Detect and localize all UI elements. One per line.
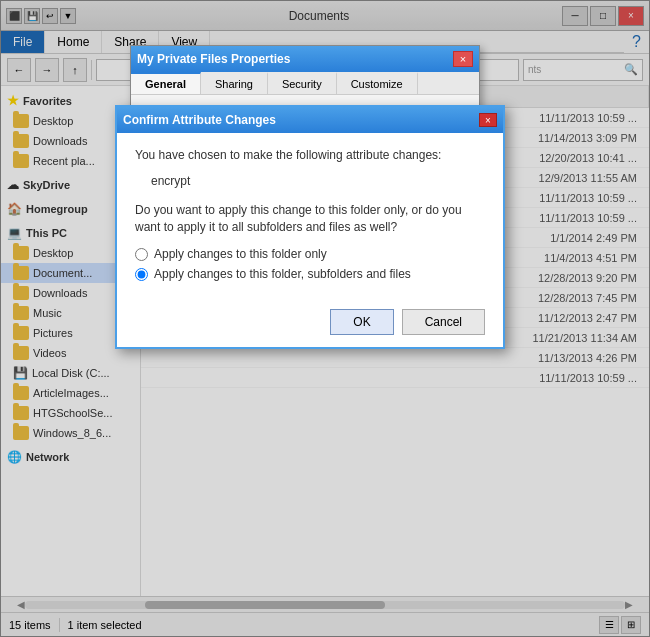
confirm-message: You have chosen to make the following at… — [135, 147, 485, 164]
properties-title-bar: My Private Files Properties × — [131, 46, 479, 72]
prop-tab-general[interactable]: General — [131, 72, 201, 94]
properties-title: My Private Files Properties — [137, 52, 290, 66]
confirm-title-bar: Confirm Attribute Changes × — [117, 107, 503, 133]
properties-tabs: General Sharing Security Customize — [131, 72, 479, 95]
prop-tab-sharing[interactable]: Sharing — [201, 72, 268, 94]
confirm-cancel-button[interactable]: Cancel — [402, 309, 485, 335]
radio-all[interactable] — [135, 268, 148, 281]
confirm-body: You have chosen to make the following at… — [117, 133, 503, 301]
confirm-title: Confirm Attribute Changes — [123, 113, 276, 127]
confirm-attribute: encrypt — [151, 174, 485, 188]
confirm-ok-button[interactable]: OK — [330, 309, 393, 335]
radio-all-row: Apply changes to this folder, subfolders… — [135, 267, 485, 281]
confirm-close-button[interactable]: × — [479, 113, 497, 127]
confirm-footer: OK Cancel — [117, 301, 503, 347]
radio-folder-only-row: Apply changes to this folder only — [135, 247, 485, 261]
radio-folder-only-label: Apply changes to this folder only — [154, 247, 327, 261]
radio-all-label: Apply changes to this folder, subfolders… — [154, 267, 411, 281]
radio-folder-only[interactable] — [135, 248, 148, 261]
prop-tab-security[interactable]: Security — [268, 72, 337, 94]
confirm-dialog: Confirm Attribute Changes × You have cho… — [115, 105, 505, 349]
prop-tab-customize[interactable]: Customize — [337, 72, 418, 94]
properties-close-button[interactable]: × — [453, 51, 473, 67]
confirm-question: Do you want to apply this change to this… — [135, 202, 485, 236]
